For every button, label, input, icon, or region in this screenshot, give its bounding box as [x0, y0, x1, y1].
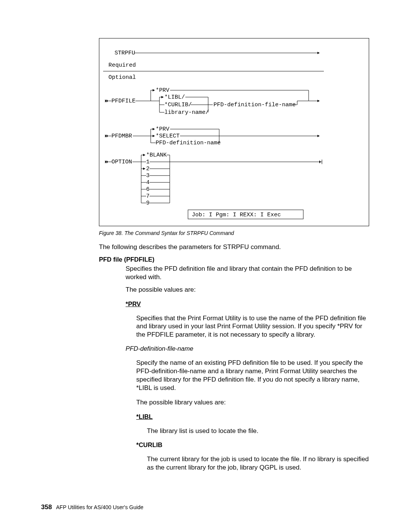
optional-label: Optional — [108, 74, 136, 81]
svg-text:1: 1 — [146, 159, 150, 165]
pfdfile-desc: Specifies the PFD definition file and li… — [126, 265, 369, 281]
svg-text:PFDFILE: PFDFILE — [112, 98, 135, 104]
syntax-diagram: STRPFU Required Optional PFDFILE *PRV — [99, 38, 369, 226]
svg-text:9: 9 — [146, 200, 150, 206]
svg-text:6: 6 — [146, 186, 150, 193]
svg-text:2: 2 — [146, 166, 150, 172]
libl-heading: *LIBL — [136, 413, 369, 420]
svg-text:PFD-definition-name: PFD-definition-name — [156, 140, 221, 146]
svg-text:PFDMBR: PFDMBR — [112, 133, 132, 139]
svg-text:3: 3 — [146, 173, 150, 179]
option-group: OPTION *BLANK 1 2 3 4 — [105, 152, 322, 206]
defname-desc: Specify the name of an existing PFD defi… — [136, 359, 369, 392]
svg-text:*SELECT: *SELECT — [156, 133, 180, 139]
svg-text:OPTION: OPTION — [112, 159, 132, 165]
curlib-desc: The current library for the job is used … — [147, 455, 369, 472]
page-number: 358 — [41, 503, 52, 511]
svg-text:*PRV: *PRV — [156, 87, 169, 94]
intro-text: The following describes the parameters f… — [99, 243, 369, 251]
syntax-svg: STRPFU Required Optional PFDFILE *PRV — [103, 44, 324, 220]
svg-text:*PRV: *PRV — [156, 126, 169, 133]
possible-values-text: The possible values are: — [126, 286, 369, 294]
svg-text:*LIBL/: *LIBL/ — [164, 94, 185, 101]
svg-text:*BLANK: *BLANK — [146, 152, 167, 158]
figure-caption: Figure 38. The Command Syntax for STRPFU… — [99, 230, 369, 236]
svg-text:*CURLIB/: *CURLIB/ — [164, 102, 192, 108]
possible-lib-text: The possible library values are: — [136, 398, 369, 407]
footer-title: AFP Utilities for AS/400 User's Guide — [56, 504, 143, 510]
curlib-heading: *CURLIB — [136, 441, 369, 449]
defname-heading: PFD-definition-file-name — [126, 345, 369, 352]
required-label: Required — [108, 62, 136, 69]
svg-text:PFD-definition-file-name: PFD-definition-file-name — [213, 102, 296, 108]
prv-heading: *PRV — [126, 300, 369, 308]
pfdfile-heading: PFD file (PFDFILE) — [99, 256, 369, 263]
cmd-name: STRPFU — [115, 50, 135, 56]
svg-text:library-name/: library-name/ — [164, 109, 209, 116]
page-footer: 358 AFP Utilities for AS/400 User's Guid… — [41, 503, 143, 511]
job-box-text: Job: I Pgm: I REXX: I Exec — [192, 212, 281, 218]
svg-text:7: 7 — [146, 193, 150, 200]
pfdmbr-group: PFDMBR *PRV *SELECT PFD-definition-name — [105, 126, 319, 146]
pfdfile-group: PFDFILE *PRV *LIBL/ *CURLIB/ — [105, 87, 319, 116]
svg-text:4: 4 — [146, 179, 150, 186]
prv-desc: Specifies that the Print Format Utility … — [136, 314, 369, 339]
libl-desc: The library list is used to locate the f… — [147, 427, 369, 435]
